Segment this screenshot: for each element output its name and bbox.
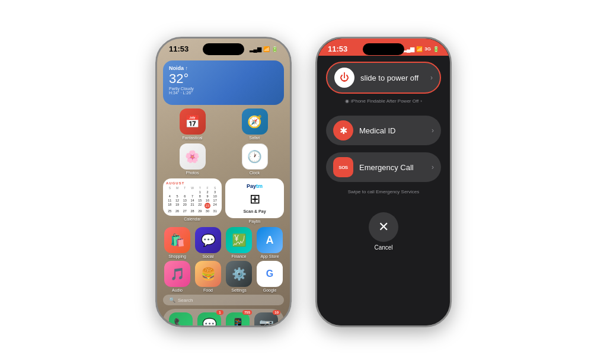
home-screen-content: Noida ↑ 32° Partly Cloudy H:34° · L:26° … [157,56,290,325]
calendar-widget[interactable]: AUGUST SMTWTFS 123 45678910 111213141516… [163,178,222,223]
chevron-right-emergency: › [432,163,434,171]
camera-icon: 📷 10 [254,312,278,325]
app-audio[interactable]: 🎵 Audio [163,261,191,292]
emergency-call-slider[interactable]: SOS Emergency Call › [326,152,441,182]
chevron-right-icon: › [430,74,433,82]
calendar-widget-inner: AUGUST SMTWTFS 123 45678910 111213141516… [163,178,222,216]
calendar-days: 123 45678910 11121314151617 181920212223… [166,190,219,213]
battery-icon: 🔋 [271,46,278,52]
photos-label: Photos [186,171,199,175]
battery-icon-2: 🔋 [433,46,439,52]
dynamic-island-2 [363,43,404,55]
status-time: 11:53 [169,44,189,53]
social-icon: 💬 [195,227,221,253]
food-icon: 🍔 [195,261,221,287]
status-time-2: 11:53 [328,44,347,53]
cancel-label: Cancel [374,244,392,251]
calendar-days-header: SMTWTFS [166,186,219,190]
home-screen: 11:53 ▂▄▆ 📶 🔋 Noida ↑ 32° Partly Cloudy … [157,39,290,325]
power-off-content: ⏻ slide to power off › ◉ iPhone Findable… [317,56,450,257]
wifi-icon-2: 📶 [416,46,423,52]
paytm-logo-accent: tm [256,183,263,189]
food-label: Food [203,288,213,292]
social-label: Social [202,254,213,258]
dock-messages[interactable]: 💬 1 [197,312,221,325]
bottom-app-grid-1: 🛍️ Shopping 💬 Social 💹 Finance A App Sto… [163,227,284,258]
fantastical-label: Fantastical [183,136,203,140]
app-social[interactable]: 💬 Social [194,227,222,258]
paytm-sub-label: Scan & Pay [243,209,266,213]
status-icons: ▂▄▆ 📶 🔋 [250,46,278,52]
weather-city: Noida ↑ [169,65,278,71]
safari-icon: 🧭 [242,108,268,135]
widget-row: AUGUST SMTWTFS 123 45678910 111213141516… [163,178,284,223]
dock-camera[interactable]: 📷 10 [254,312,278,325]
audio-label: Audio [172,288,183,292]
google-icon: G [257,261,283,287]
app-google[interactable]: G Google [255,261,284,292]
phone-1: 11:53 ▂▄▆ 📶 🔋 Noida ↑ 32° Partly Cloudy … [155,37,292,327]
slide-power-off-label: slide to power off [360,74,418,82]
qr-icon: ⊞ [250,191,260,207]
power-button-icon: ⏻ [334,68,354,88]
cancel-button[interactable]: ✕ [369,212,398,242]
whatsapp-icon: 📱 755 [226,312,250,325]
calendar-app-label: Calendar [163,217,222,221]
power-button-right[interactable] [290,142,292,175]
chevron-right-findable: › [420,98,422,104]
network-icon: 3G [424,46,431,52]
app-food[interactable]: 🍔 Food [194,261,222,292]
volume-button-left[interactable] [155,122,157,151]
dock-phone[interactable]: 📞 [169,312,193,325]
status-icons-2: ▂▄▆ 📶 3G 🔋 [402,46,439,52]
search-bar[interactable]: 🔍 Search [163,295,284,305]
appstore-label: App Store [260,254,279,258]
slide-power-off-slider[interactable]: ⏻ slide to power off › [326,62,441,94]
app-finance[interactable]: 💹 Finance [225,227,253,258]
cancel-button-wrap: ✕ Cancel [326,212,441,251]
search-icon: 🔍 [169,297,175,303]
app-shopping[interactable]: 🛍️ Shopping [163,227,191,258]
paytm-widget-wrap[interactable]: Paytm ⊞ Scan & Pay Paytm [225,178,284,223]
clock-label: Clock [250,171,260,175]
dock: 📞 💬 1 📱 755 📷 1 [163,309,284,325]
shopping-icon: 🛍️ [164,227,190,253]
weather-hi-lo: H:34° · L:26° [169,91,278,95]
camera-badge: 10 [273,310,280,315]
findable-text: ◉ iPhone Findable After Power Off › [326,98,441,104]
app-safari[interactable]: 🧭 Safari [225,108,284,140]
safari-label: Safari [249,136,260,140]
messages-badge: 1 [216,310,223,315]
messages-icon: 💬 1 [197,312,221,325]
medical-id-icon: ✱ [333,120,353,141]
weather-temp: 32° [169,71,278,87]
medical-id-slider[interactable]: ✱ Medical ID › [326,116,441,145]
app-settings[interactable]: ⚙️ Settings [225,261,253,292]
appstore-icon: A [257,227,283,253]
photos-icon: 🌸 [180,143,206,170]
power-off-screen: 11:53 ▂▄▆ 📶 3G 🔋 ⏻ slide to power off › … [317,39,450,325]
phone-icon: 📞 [169,312,193,325]
google-label: Google [263,288,277,292]
paytm-app-label: Paytm [225,219,284,223]
app-clock[interactable]: 🕐 Clock [225,143,284,175]
chevron-right-medical: › [432,126,434,135]
top-app-grid: 📅 Fantastical 🧭 Safari 🌸 Photos 🕐 Clock [163,108,284,175]
app-fantastical[interactable]: 📅 Fantastical [163,108,222,140]
emergency-call-label: Emergency Call [359,163,414,172]
paytm-logo: Paytm [247,183,263,189]
swipe-hint-text: Swipe to call Emergency Services [326,189,441,194]
app-photos[interactable]: 🌸 Photos [163,143,222,175]
phone-2: 11:53 ▂▄▆ 📶 3G 🔋 ⏻ slide to power off › … [315,37,452,327]
dock-whatsapp[interactable]: 📱 755 [226,312,250,325]
app-appstore[interactable]: A App Store [255,227,284,258]
wifi-icon: 📶 [263,46,270,52]
finance-label: Finance [232,254,247,258]
audio-icon: 🎵 [164,261,190,287]
finance-icon: 💹 [226,227,252,253]
fantastical-icon: 📅 [180,108,206,135]
search-label: Search [178,298,193,303]
sos-icon: SOS [333,157,353,177]
weather-widget[interactable]: Noida ↑ 32° Partly Cloudy H:34° · L:26° [163,60,284,105]
medical-id-label: Medical ID [359,126,395,135]
